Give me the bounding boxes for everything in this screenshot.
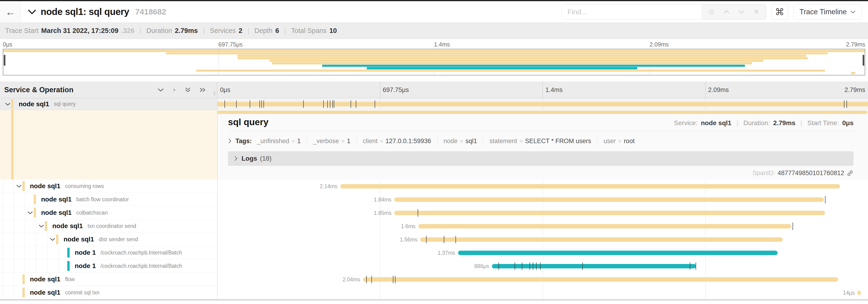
trace-view-selector[interactable]: Trace Timeline [793,4,862,20]
span-row[interactable]: node sql1commit sql txn14μs [0,286,868,299]
keyboard-shortcuts-button[interactable]: ⌘ [771,4,788,20]
column-resize-handle[interactable]: ‖ [213,90,216,97]
span-bar[interactable] [858,291,861,295]
detail-header: sql query Service:node sql1 | Duration:2… [228,117,854,127]
span-service: node sql1 [41,196,72,203]
span-row-label[interactable]: node sql1colbatchscan [0,206,217,219]
minimap-span-row [3,72,865,74]
tag-key: client [363,138,377,145]
tag-value: sql1 [466,138,477,145]
span-bar[interactable] [363,277,838,281]
tree-guide [47,260,48,272]
minimap-span-row [3,67,865,70]
back-button[interactable]: ← [0,1,21,23]
focus-match-icon[interactable] [708,8,715,15]
tag-value: 1 [347,138,350,145]
find-input[interactable] [561,4,702,20]
trace-minimap[interactable] [3,49,865,75]
span-bar[interactable] [458,250,778,255]
copy-link-icon[interactable] [846,170,854,177]
tag-equals: = [520,138,523,144]
span-row-label[interactable]: node sql1commit sql txn [0,286,217,299]
span-row-label[interactable]: node sql1batch flow coordinator [0,193,217,206]
span-bar[interactable] [420,237,783,242]
span-row[interactable]: node sql1batch flow coordinator1.84ms [0,193,868,206]
span-row[interactable]: node sql1txn coordinator send1.6ms [0,219,868,233]
tag-item: statement=SELECT * FROM users [489,138,591,145]
span-row-timeline[interactable]: 1.85ms [217,206,868,219]
collapse-trace-icon[interactable] [28,9,36,14]
span-row[interactable]: node 1/cockroach.roachpb.Internal/Batch1… [0,246,868,260]
tag-value: 1 [297,138,301,145]
span-detail-panel: sql query Service:node sql1 | Duration:2… [217,110,868,179]
tree-guide [25,206,25,219]
span-row[interactable]: node sql1consuming rows2.14ms [0,179,868,193]
span-row[interactable]: node 1/cockroach.roachpb.Internal/Batch8… [0,260,868,273]
span-row-timeline[interactable]: 14μs [217,286,868,299]
minimap-left-handle[interactable] [4,55,5,66]
chevron-down-icon[interactable] [16,184,22,188]
axis-tick-label: 2.09ms [708,86,729,93]
span-row[interactable]: node sql1dist sender send1.56ms [0,233,868,246]
tree-guide [13,179,14,193]
minimap-right-handle[interactable] [863,55,864,66]
expand-all-icon[interactable] [199,87,206,93]
logs-accordion[interactable]: Logs (18) [228,151,854,166]
span-row-label[interactable]: node sql1 sql query [0,98,217,110]
tree-guide [13,273,14,286]
span-service: node sql1 [30,182,61,190]
tree-guide [58,246,59,259]
span-bar[interactable] [394,211,825,215]
span-bar[interactable] [394,197,824,202]
span-service: node sql1 [64,236,94,243]
span-row-timeline[interactable]: 1.56ms [217,233,868,246]
clear-search-icon[interactable]: ✕ [753,8,760,15]
next-match-icon[interactable] [738,8,745,15]
chevron-down-icon[interactable] [27,211,33,214]
collapse-one-icon[interactable] [157,87,164,93]
service-operation-title: Service & Operation [4,86,73,94]
span-service: node sql1 [30,275,61,283]
span-row-label[interactable]: node sql1flow [0,273,217,286]
tree-guide [25,233,25,246]
span-operation: consuming rows [65,183,104,189]
span-row-timeline[interactable]: 2.14ms [217,179,868,193]
span-row-timeline[interactable]: 2.04ms [217,273,868,286]
collapse-all-icon[interactable] [184,87,191,93]
minimap-span-bar [270,60,763,62]
span-row-label[interactable]: node sql1txn coordinator send [0,219,217,233]
span-row[interactable]: node sql1flow2.04ms [0,273,868,286]
span-row-label[interactable]: node sql1consuming rows [0,179,217,193]
span-bar[interactable] [217,102,868,106]
divider [228,131,854,131]
chevron-down-icon[interactable] [38,224,44,228]
span-row-timeline[interactable]: 1.84ms [217,193,868,206]
log-marker [356,100,356,108]
total-spans-label: Total Spans [291,27,327,35]
span-bar[interactable] [418,224,791,228]
tag-item: _unfinished=1 [257,138,301,145]
span-row-label[interactable]: node sql1dist sender send [0,233,217,246]
expand-one-icon[interactable] [172,87,176,93]
span-row-timeline[interactable] [217,98,868,110]
span-row[interactable]: node sql1colbatchscan1.85ms [0,206,868,219]
span-row-label[interactable]: node 1/cockroach.roachpb.Internal/Batch [0,246,217,260]
span-bar[interactable] [492,264,696,268]
span-row-timeline[interactable]: 886μs [217,260,868,273]
prev-match-icon[interactable] [723,8,730,15]
chevron-down-icon[interactable] [50,237,56,241]
span-bar[interactable] [340,184,840,189]
span-row-label[interactable]: node 1/cockroach.roachpb.Internal/Batch [0,260,217,273]
log-marker [582,263,583,270]
span-id-row: SpanID: 4877749850101760812 [228,170,854,177]
tag-item: client=127.0.0.1:59936 [363,138,431,145]
log-marker [264,100,264,108]
minimap-span-bar [322,65,745,67]
tags-accordion[interactable]: Tags: _unfinished=1_verbose=1client=127.… [228,136,854,146]
chevron-down-icon[interactable] [5,102,11,106]
span-row-timeline[interactable]: 1.6ms [217,219,868,233]
span-row-sql-query[interactable]: node sql1 sql query [0,98,868,110]
span-row-timeline[interactable]: 1.37ms [217,246,868,260]
span-operation: sql query [54,101,76,107]
log-marker [259,100,260,108]
